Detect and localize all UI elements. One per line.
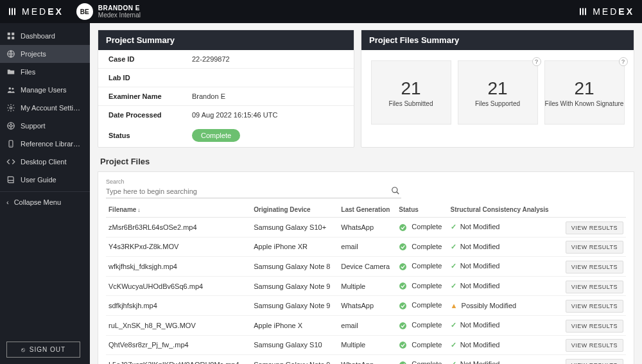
svg-rect-9 (12, 37, 14, 39)
project-files-panel: Search Filename↓ Originating Device Last… (98, 171, 634, 364)
sidebar-item-support[interactable]: Support (0, 117, 90, 135)
help-icon[interactable]: ? (619, 57, 628, 66)
globe-icon (6, 49, 15, 58)
cell-device: Samsung Galaxy Note 9 (251, 355, 338, 364)
sidebar-item-label: Support (21, 122, 83, 130)
cell-analysis: ✓ Not Modified (448, 355, 559, 364)
cell-last-gen: Device Camera (338, 257, 396, 277)
gear-icon (6, 103, 15, 112)
cell-last-gen: WhatsApp (338, 218, 396, 238)
view-results-button[interactable]: VIEW RESULTS (566, 221, 623, 234)
cell-analysis: ✓ Not Modified (448, 335, 559, 355)
view-results-button[interactable]: VIEW RESULTS (566, 281, 623, 293)
logo-right[interactable]: MEDEX (578, 6, 634, 17)
col-device[interactable]: Originating Device (251, 202, 338, 218)
svg-point-26 (399, 342, 406, 349)
cell-last-gen: email (338, 315, 396, 335)
view-results-button[interactable]: VIEW RESULTS (566, 300, 623, 313)
table-row: ruL_XnSK_h8_R_WG.MOVApple iPhone Xemail … (106, 315, 626, 335)
sidebar-item-user-guide[interactable]: User Guide (0, 171, 90, 189)
stat-caption: Files Submitted (389, 100, 433, 107)
summary-key: Case ID (108, 55, 192, 63)
cell-filename: sdfkjhfskjh.mp4 (106, 296, 251, 316)
check-circle-icon (399, 223, 407, 230)
svg-rect-3 (580, 8, 581, 15)
view-results-button[interactable]: VIEW RESULTS (566, 261, 623, 273)
stat-caption: Files With Known Signature (545, 100, 624, 107)
table-row: wfkjfhskj_fdksjgh.mp4Samsung Galaxy Note… (106, 257, 626, 277)
sidebar-item-my-account-settings[interactable]: My Account Settings (0, 99, 90, 117)
search-label: Search (106, 178, 626, 185)
cell-status: Complete (396, 218, 447, 238)
cell-filename: QhtVe8sr8zr_Pj_fw_.mp4 (106, 335, 251, 355)
sidebar-item-dashboard[interactable]: Dashboard (0, 27, 90, 45)
svg-point-24 (399, 302, 406, 309)
signout-label: SIGN OUT (30, 346, 65, 353)
search-icon[interactable] (391, 186, 400, 195)
cell-device: Samsung Galaxy Note 9 (251, 296, 338, 316)
svg-point-21 (399, 243, 406, 250)
project-files-title: Project Files (100, 157, 632, 166)
summary-value: Brandon E (192, 92, 225, 100)
collapse-label: Collapse Menu (14, 198, 61, 206)
collapse-menu[interactable]: ‹ Collapse Menu (0, 191, 90, 212)
avatar[interactable]: BE (76, 3, 93, 20)
svg-line-19 (397, 192, 399, 195)
cell-analysis: ✓ Not Modified (448, 237, 559, 257)
view-results-button[interactable]: VIEW RESULTS (566, 359, 623, 364)
svg-rect-5 (585, 8, 586, 15)
sign-out-button[interactable]: ⎋ SIGN OUT (6, 342, 80, 358)
cell-device: Samsung Galaxy S10+ (251, 218, 338, 238)
search-input[interactable] (106, 185, 401, 198)
col-last-gen[interactable]: Last Generation (338, 202, 396, 218)
sidebar-item-label: Desktop Client (21, 158, 83, 166)
svg-rect-0 (9, 8, 10, 15)
help-icon[interactable]: ? (532, 57, 541, 66)
main-content: Project Summary Case ID22-2299872Lab IDE… (90, 23, 642, 364)
col-status[interactable]: Status (396, 202, 447, 218)
sidebar-item-manage-users[interactable]: Manage Users (0, 81, 90, 99)
check-circle-icon (399, 321, 407, 329)
svg-point-18 (392, 187, 397, 193)
cell-filename: VcKWucyaUHOdBv6Sq6.mp4 (106, 276, 251, 296)
svg-point-22 (399, 263, 406, 270)
svg-point-11 (9, 87, 12, 90)
svg-rect-8 (8, 37, 10, 39)
view-results-button[interactable]: VIEW RESULTS (566, 320, 623, 333)
col-analysis[interactable]: Structural Consistency Analysis (448, 202, 559, 218)
sidebar-item-reference-library-inventory[interactable]: Reference Library Inventory (0, 135, 90, 153)
stat-number: 21 (574, 78, 594, 99)
table-row: sdfkjhfskjh.mp4Samsung Galaxy Note 9What… (106, 296, 626, 316)
check-circle-icon (399, 360, 407, 364)
sidebar-item-files[interactable]: Files (0, 63, 90, 81)
grid-icon (6, 31, 15, 40)
summary-key: Examiner Name (108, 92, 192, 100)
user-org: Medex Internal (98, 12, 141, 19)
summary-value: 22-2299872 (192, 55, 230, 63)
sidebar-item-projects[interactable]: Projects (0, 45, 90, 63)
view-results-button[interactable]: VIEW RESULTS (566, 339, 623, 352)
stat-card: ?21Files With Known Signature (544, 60, 625, 125)
cell-device: Samsung Galaxy Note 8 (251, 257, 338, 277)
cell-analysis: ▲ Possibly Modified (448, 296, 559, 316)
col-filename[interactable]: Filename↓ (106, 202, 251, 218)
device-icon (6, 139, 15, 148)
check-circle-icon (399, 282, 407, 290)
support-icon (6, 121, 15, 130)
cell-filename: zMsr6Br63RL64sOSe2.mp4 (106, 218, 251, 238)
sidebar-item-label: Reference Library Inventory (21, 140, 83, 148)
view-results-button[interactable]: VIEW RESULTS (566, 241, 623, 254)
topbar: MEDEX BE BRANDON E Medex Internal MEDEX (0, 0, 642, 23)
summary-key: Lab ID (108, 74, 192, 82)
sidebar-item-desktop-client[interactable]: Desktop Client (0, 153, 90, 171)
sort-desc-icon: ↓ (137, 207, 141, 213)
book-icon (6, 175, 15, 184)
user-block: BRANDON E Medex Internal (98, 4, 141, 19)
status-badge: Complete (192, 129, 240, 142)
table-row: Y4s3RKPxd-Z8k.MOVApple iPhone XRemail Co… (106, 237, 626, 257)
code-icon (6, 157, 15, 166)
cell-last-gen: WhatsApp (338, 355, 396, 364)
cell-filename: wfkjfhskj_fdksjgh.mp4 (106, 257, 251, 277)
logo-left[interactable]: MEDEX (8, 6, 64, 17)
cell-status: Complete (396, 276, 447, 296)
